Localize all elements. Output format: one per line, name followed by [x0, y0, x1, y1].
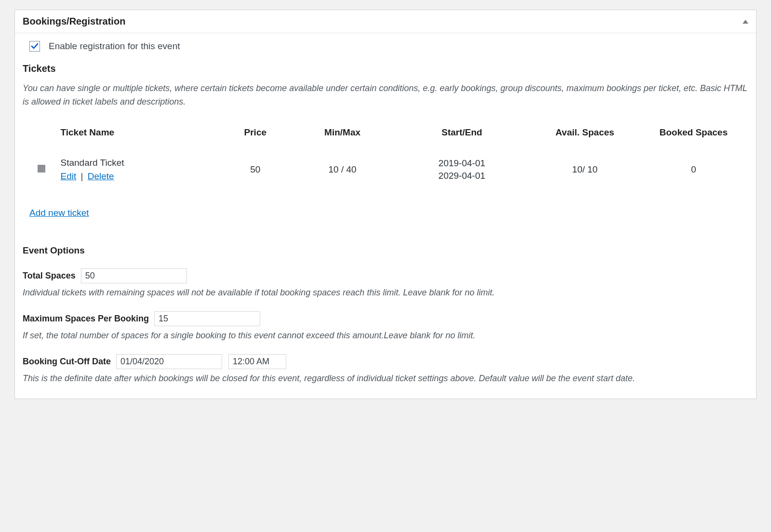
- total-spaces-hint: Individual tickets with remaining spaces…: [23, 286, 748, 300]
- ticket-price-value: 50: [219, 156, 291, 186]
- event-options-section: Event Options Total Spaces Individual ti…: [23, 245, 748, 386]
- max-spaces-row: Maximum Spaces Per Booking: [23, 311, 748, 326]
- col-price: Price: [219, 127, 291, 155]
- col-ticket-name: Ticket Name: [61, 127, 219, 155]
- delete-ticket-link[interactable]: Delete: [88, 171, 114, 181]
- cutoff-label: Booking Cut-Off Date: [23, 357, 111, 367]
- panel-header: Bookings/Registration: [15, 10, 756, 33]
- tickets-heading: Tickets: [23, 63, 748, 74]
- total-spaces-input[interactable]: [81, 268, 187, 283]
- enable-registration-checkbox[interactable]: [29, 41, 40, 52]
- cutoff-hint: This is the definite date after which bo…: [23, 372, 748, 386]
- cutoff-row: Booking Cut-Off Date: [23, 354, 748, 369]
- ticket-minmax-value: 10 / 40: [292, 156, 393, 186]
- panel-title: Bookings/Registration: [23, 16, 125, 27]
- col-booked: Booked Spaces: [639, 127, 747, 155]
- event-options-heading: Event Options: [23, 245, 748, 256]
- checkmark-icon: [31, 42, 39, 50]
- enable-registration-row: Enable registration for this event: [23, 41, 748, 52]
- bookings-registration-panel: Bookings/Registration Enable registratio…: [14, 10, 757, 399]
- col-minmax: Min/Max: [292, 127, 393, 155]
- max-spaces-input[interactable]: [154, 311, 260, 326]
- total-spaces-label: Total Spaces: [23, 271, 76, 281]
- ticket-avail-value: 10/ 10: [531, 156, 639, 186]
- panel-body: Enable registration for this event Ticke…: [15, 33, 756, 399]
- add-new-ticket-link[interactable]: Add new ticket: [29, 208, 89, 218]
- drag-handle-icon[interactable]: [38, 165, 45, 173]
- tickets-description: You can have single or multiple tickets,…: [23, 82, 748, 109]
- enable-registration-label: Enable registration for this event: [49, 41, 180, 52]
- col-startend: Start/End: [394, 127, 530, 155]
- table-row: Standard Ticket Edit | Delete 50 10 / 40…: [24, 156, 747, 186]
- collapse-up-icon[interactable]: [743, 20, 748, 24]
- max-spaces-label: Maximum Spaces Per Booking: [23, 314, 149, 324]
- edit-ticket-link[interactable]: Edit: [61, 171, 77, 181]
- max-spaces-hint: If set, the total number of spaces for a…: [23, 329, 748, 343]
- cutoff-date-input[interactable]: [116, 354, 222, 369]
- table-header-row: Ticket Name Price Min/Max Start/End Avai…: [24, 127, 747, 155]
- ticket-booked-value: 0: [639, 156, 747, 186]
- tickets-table: Ticket Name Price Min/Max Start/End Avai…: [23, 126, 748, 187]
- ticket-name-label: Standard Ticket: [61, 156, 219, 170]
- total-spaces-row: Total Spaces: [23, 268, 748, 283]
- col-avail: Avail. Spaces: [531, 127, 639, 155]
- ticket-row-actions: Edit | Delete: [61, 170, 219, 184]
- cutoff-time-input[interactable]: [228, 354, 286, 369]
- ticket-startend-value: 2019-04-01 2029-04-01: [394, 156, 530, 186]
